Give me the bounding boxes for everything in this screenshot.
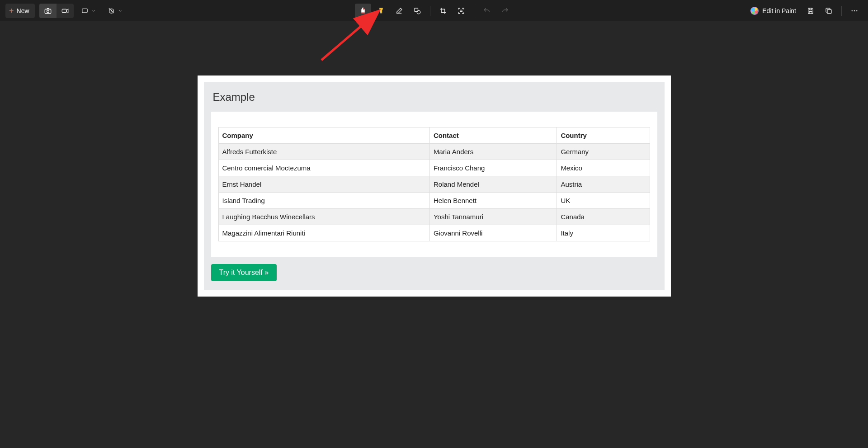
copy-button[interactable] [821, 4, 837, 18]
shapes-tool-button[interactable] [409, 4, 425, 18]
edit-in-paint-label: Edit in Paint [762, 7, 796, 14]
table-cell: UK [557, 193, 650, 209]
svg-rect-2 [62, 9, 66, 13]
svg-rect-3 [82, 9, 87, 13]
table-cell: Island Trading [218, 193, 429, 209]
delay-dropdown[interactable] [103, 4, 127, 18]
table-row: Centro comercial MoctezumaFrancisco Chan… [218, 160, 650, 176]
more-button[interactable] [846, 4, 863, 18]
table-header-contact: Contact [429, 127, 557, 144]
eraser-tool-button[interactable] [391, 4, 407, 18]
screenshot-mode-button[interactable] [39, 4, 57, 18]
example-section: Example Company Contact Country Alfreds … [204, 82, 665, 290]
chevron-down-icon [91, 9, 96, 13]
copy-icon [825, 7, 833, 15]
table-row: Ernst HandelRoland MendelAustria [218, 176, 650, 193]
highlighter-tool-button[interactable] [373, 4, 389, 18]
table-row: Island TradingHelen BennettUK [218, 193, 650, 209]
new-button[interactable]: + New [5, 4, 35, 18]
table-header-company: Company [218, 127, 429, 144]
table-row: Laughing Bacchus WinecellarsYoshi Tannam… [218, 209, 650, 225]
captured-content-frame[interactable]: Example Company Contact Country Alfreds … [198, 75, 671, 297]
text-extract-icon [457, 7, 465, 15]
table-row: Magazzini Alimentari RiunitiGiovanni Rov… [218, 225, 650, 241]
crop-tool-button[interactable] [435, 4, 451, 18]
table-header-country: Country [557, 127, 650, 144]
try-it-yourself-button[interactable]: Try it Yourself » [211, 264, 277, 281]
table-row: Alfreds FutterkisteMaria AndersGermany [218, 144, 650, 160]
table-cell: Magazzini Alimentari Riuniti [218, 225, 429, 241]
table-cell: Laughing Bacchus Winecellars [218, 209, 429, 225]
svg-rect-5 [361, 12, 365, 13]
example-heading: Example [213, 91, 657, 104]
toolbar-divider [474, 6, 474, 16]
undo-icon [483, 7, 491, 15]
table-cell: Italy [557, 225, 650, 241]
svg-rect-9 [827, 9, 831, 14]
rectangle-icon [81, 7, 89, 14]
canvas-area: Example Company Contact Country Alfreds … [0, 21, 868, 448]
pen-icon [359, 6, 367, 16]
eraser-icon [395, 7, 403, 15]
example-inner: Company Contact Country Alfreds Futterki… [211, 112, 657, 257]
palette-icon [750, 7, 759, 15]
toolbar-divider [430, 6, 430, 16]
app-toolbar: + New [0, 0, 868, 21]
svg-point-10 [851, 10, 853, 11]
table-cell: Helen Bennett [429, 193, 557, 209]
edit-in-paint-button[interactable]: Edit in Paint [746, 4, 801, 18]
highlighter-icon [377, 6, 385, 15]
toolbar-divider [841, 6, 842, 16]
table-cell: Roland Mendel [429, 176, 557, 193]
snip-shape-dropdown[interactable] [76, 4, 100, 18]
svg-point-1 [47, 10, 49, 12]
table-cell: Francisco Chang [429, 160, 557, 176]
no-delay-icon [108, 7, 115, 14]
pen-tool-button[interactable] [355, 4, 371, 18]
chevron-down-icon [118, 9, 123, 13]
table-cell: Alfreds Futterkiste [218, 144, 429, 160]
camera-icon [44, 7, 52, 15]
table-cell: Ernst Handel [218, 176, 429, 193]
redo-button[interactable] [497, 4, 513, 18]
chevron-down-icon [361, 15, 365, 19]
svg-rect-6 [380, 13, 382, 14]
undo-button[interactable] [479, 4, 495, 18]
new-button-label: New [17, 7, 29, 14]
table-cell: Centro comercial Moctezuma [218, 160, 429, 176]
table-header-row: Company Contact Country [218, 127, 650, 144]
svg-point-11 [854, 10, 855, 11]
record-mode-button[interactable] [57, 4, 74, 18]
video-icon [61, 7, 69, 15]
save-button[interactable] [802, 4, 819, 18]
table-cell: Mexico [557, 160, 650, 176]
svg-rect-0 [45, 9, 51, 14]
capture-mode-group [39, 4, 74, 18]
svg-point-12 [856, 10, 858, 11]
shapes-icon [413, 7, 421, 15]
table-cell: Germany [557, 144, 650, 160]
table-cell: Yoshi Tannamuri [429, 209, 557, 225]
data-table: Company Contact Country Alfreds Futterki… [218, 127, 650, 241]
text-actions-button[interactable] [453, 4, 469, 18]
more-icon [850, 7, 859, 15]
table-cell: Giovanni Rovelli [429, 225, 557, 241]
table-cell: Canada [557, 209, 650, 225]
table-cell: Maria Anders [429, 144, 557, 160]
svg-point-8 [417, 10, 420, 14]
redo-icon [501, 7, 509, 15]
save-icon [807, 7, 815, 15]
table-cell: Austria [557, 176, 650, 193]
crop-icon [439, 7, 447, 15]
plus-icon: + [9, 7, 14, 15]
